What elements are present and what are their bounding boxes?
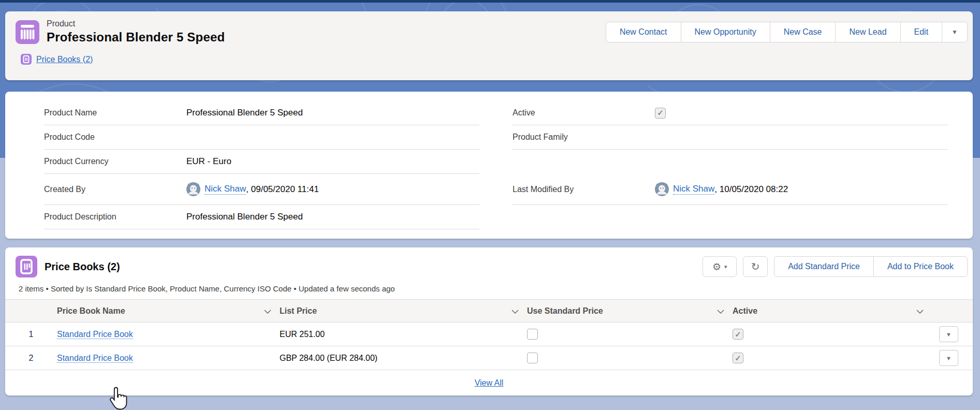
- add-standard-price-button[interactable]: Add Standard Price: [774, 256, 874, 277]
- field-product-name: Product Name Professional Blender 5 Spee…: [44, 101, 479, 125]
- list-price-cell: GBP 284.00 (EUR 284.00): [280, 346, 527, 370]
- row-number: 2: [5, 346, 57, 370]
- avatar: [186, 182, 200, 196]
- use-standard-price-checkbox[interactable]: ✓: [527, 329, 538, 340]
- avatar: [655, 182, 669, 196]
- active-checkbox[interactable]: ✓: [733, 353, 743, 363]
- last-modified-date: , 10/05/2020 08:22: [714, 184, 788, 195]
- chevron-down-icon: [916, 306, 924, 316]
- last-modified-by-link[interactable]: Nick Shaw: [673, 184, 714, 195]
- price-book-icon: [16, 256, 37, 277]
- row-actions-button[interactable]: ▼: [939, 350, 958, 366]
- column-header-use-standard-price[interactable]: Use Standard Price: [527, 300, 733, 323]
- active-checkbox[interactable]: ✓: [733, 329, 743, 340]
- price-books-related-list-card: Price Books (2) ⚙▾ ↻ Add Standard Price …: [5, 247, 973, 396]
- table-row: 1 Standard Price Book EUR 251.00 ✓ ✓ ▼: [5, 323, 973, 346]
- list-meta-text: 2 items • Sorted by Is Standard Price Bo…: [5, 277, 973, 299]
- column-header-active[interactable]: Active: [733, 300, 932, 323]
- price-books-quick-link[interactable]: Price Books (2): [36, 55, 93, 64]
- record-detail-card: Product Name Professional Blender 5 Spee…: [5, 92, 973, 239]
- new-lead-button[interactable]: New Lead: [835, 22, 900, 42]
- entity-label: Product: [47, 19, 225, 28]
- use-standard-price-checkbox[interactable]: ✓: [527, 353, 538, 363]
- new-opportunity-button[interactable]: New Opportunity: [681, 22, 770, 42]
- new-case-button[interactable]: New Case: [770, 22, 836, 42]
- more-actions-button[interactable]: ▼: [942, 22, 968, 42]
- row-number: 1: [5, 323, 57, 346]
- table-header-row: Price Book Name List Price Use Standard …: [5, 300, 973, 323]
- add-to-price-book-button[interactable]: Add to Price Book: [873, 256, 968, 277]
- page-title: Professional Blender 5 Speed: [47, 30, 225, 45]
- mouse-cursor: [110, 386, 128, 410]
- list-price-cell: EUR 251.00: [280, 323, 527, 346]
- row-number-column-header: [5, 300, 57, 323]
- field-active: Active ✓: [513, 101, 948, 125]
- active-checkbox[interactable]: ✓: [655, 108, 666, 119]
- empty-field-spacer: [513, 150, 948, 174]
- detail-left-column: Product Name Professional Blender 5 Spee…: [44, 101, 479, 229]
- browser-top-strip: [0, 0, 980, 3]
- created-date: , 09/05/2020 11:41: [246, 184, 319, 195]
- page-header-card: Product Professional Blender 5 Speed New…: [5, 11, 973, 80]
- chevron-down-icon: ▾: [724, 263, 727, 270]
- new-contact-button[interactable]: New Contact: [606, 22, 681, 42]
- chevron-down-icon: [717, 306, 724, 316]
- chevron-down-icon: [511, 306, 519, 316]
- field-product-currency: Product Currency EUR - Euro: [44, 150, 479, 174]
- detail-right-column: Active ✓ Product Family Last Modified By: [513, 101, 948, 229]
- column-header-price-book-name[interactable]: Price Book Name: [57, 300, 280, 323]
- price-books-table: Price Book Name List Price Use Standard …: [5, 299, 973, 370]
- view-all-link[interactable]: View All: [475, 378, 504, 388]
- field-last-modified-by: Last Modified By Nick Shaw: [513, 174, 948, 205]
- created-by-link[interactable]: Nick Shaw: [204, 184, 246, 195]
- price-book-link[interactable]: Standard Price Book: [57, 330, 133, 339]
- field-product-description: Product Description Professional Blender…: [44, 205, 479, 229]
- chevron-down-icon: [264, 306, 271, 316]
- field-product-family: Product Family: [513, 125, 948, 150]
- refresh-button[interactable]: ↻: [743, 256, 768, 277]
- gear-icon: ⚙: [712, 261, 721, 273]
- field-product-code: Product Code: [44, 125, 479, 150]
- row-actions-column-header: [932, 300, 973, 323]
- chevron-down-icon: ▼: [952, 28, 958, 36]
- field-created-by: Created By Nick Shaw , 0: [44, 174, 479, 205]
- product-icon: [16, 20, 39, 44]
- edit-button[interactable]: Edit: [900, 22, 943, 42]
- row-actions-button[interactable]: ▼: [939, 326, 958, 342]
- column-header-list-price[interactable]: List Price: [280, 300, 527, 323]
- related-list-title: Price Books (2): [45, 261, 120, 273]
- price-book-link[interactable]: Standard Price Book: [57, 354, 133, 363]
- list-settings-button[interactable]: ⚙▾: [703, 256, 737, 277]
- header-action-buttons: New Contact New Opportunity New Case New…: [606, 22, 968, 42]
- table-row: 2 Standard Price Book GBP 284.00 (EUR 28…: [5, 346, 973, 370]
- refresh-icon: ↻: [751, 260, 760, 273]
- price-book-mini-icon: [21, 54, 32, 65]
